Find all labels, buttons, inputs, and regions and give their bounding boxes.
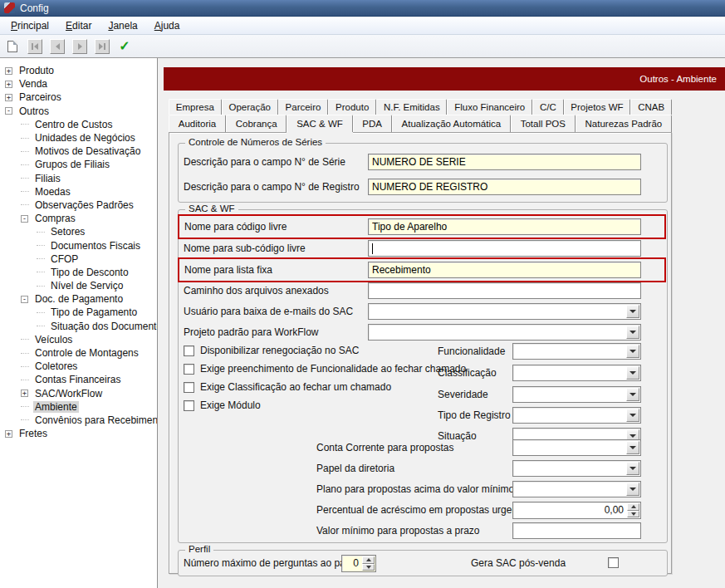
conta-corrente-para-propostas-combobox[interactable] (512, 439, 641, 456)
usuario-emails-combobox[interactable] (368, 303, 641, 320)
tab-empresa[interactable]: Empresa (169, 99, 222, 115)
tab-totall-pos[interactable]: Totall POS (511, 115, 576, 132)
plano-para-propostas-acima-do-valor-m-nimo-combobox[interactable] (512, 481, 641, 497)
funcionalidade-combobox[interactable] (512, 343, 641, 360)
tree-item-sac-workflow[interactable]: +SAC/WorkFlow (0, 387, 157, 400)
expand-plus-icon[interactable]: + (21, 390, 28, 397)
menu-principal[interactable]: Principal (2, 17, 57, 34)
tree-item-n-vel-de-servi-o[interactable]: Nível de Serviço (0, 279, 157, 292)
tab-pda[interactable]: PDA (353, 115, 392, 132)
max-perguntas-spinner[interactable]: 0 (341, 555, 376, 572)
classifica-o-combobox[interactable] (512, 365, 641, 381)
tree-item-centro-de-custos[interactable]: Centro de Custos (0, 118, 157, 131)
tab-fluxo-financeiro[interactable]: Fluxo Financeiro (447, 99, 532, 115)
chevron-down-icon[interactable] (626, 483, 639, 496)
tree-item-cfop[interactable]: CFOP (0, 252, 157, 266)
expand-plus-icon[interactable]: + (5, 67, 12, 75)
tab-cnab[interactable]: CNAB (630, 99, 672, 115)
tree-item-fretes[interactable]: +Fretes (0, 427, 157, 440)
chevron-down-icon[interactable] (626, 305, 639, 318)
tree-item-ve-culos[interactable]: Veículos (0, 333, 157, 346)
tree-item-label: Tipo de Desconto (49, 267, 130, 278)
confirm-button[interactable]: ✓ (117, 39, 132, 54)
tree-item-controle-de-montagens[interactable]: Controle de Montagens (0, 346, 157, 360)
lista-fixa-input[interactable] (368, 262, 641, 278)
tree-item-doc-de-pagamento[interactable]: -Doc. de Pagamento (0, 292, 157, 306)
nav-prev-button[interactable] (50, 39, 65, 54)
tab-c-c[interactable]: C/C (532, 99, 563, 115)
chevron-down-icon[interactable] (626, 366, 639, 380)
chevron-down-icon[interactable] (626, 326, 639, 339)
papel-da-diretoria-combobox[interactable] (512, 460, 641, 477)
severidade-combobox[interactable] (512, 386, 641, 403)
tab-parceiro[interactable]: Parceiro (278, 99, 328, 115)
tree-item-venda[interactable]: +Venda (0, 77, 157, 91)
tab-auditoria[interactable]: Auditoria (169, 115, 226, 132)
tree-item-observa-es-padr-es[interactable]: Observações Padrões (0, 198, 157, 212)
tree-item-motivos-de-desativa-o[interactable]: Motivos de Desativação (0, 145, 157, 158)
tab-naturezas-padr-o[interactable]: Naturezas Padrão (576, 115, 672, 132)
tab-produto[interactable]: Produto (328, 99, 376, 115)
tree-item-parceiros[interactable]: +Parceiros (0, 91, 157, 104)
tab-sac-wf[interactable]: SAC & WF (287, 115, 352, 132)
tree-item-coletores[interactable]: Coletores (0, 360, 157, 373)
nav-first-button[interactable] (27, 39, 42, 54)
collapse-minus-icon[interactable]: - (21, 215, 28, 223)
tab-n-f-emitidas[interactable]: N.F. Emitidas (376, 99, 447, 115)
tree-item-produto[interactable]: +Produto (0, 64, 157, 77)
tab-projetos-wf[interactable]: Projetos WF (564, 99, 631, 115)
tab-opera-o[interactable]: Operação (222, 99, 278, 115)
tree-item-tipo-de-desconto[interactable]: Tipo de Desconto (0, 266, 157, 279)
spin-down-icon[interactable] (362, 564, 375, 571)
tree-item-compras[interactable]: -Compras (0, 212, 157, 225)
chevron-down-icon[interactable] (626, 462, 639, 475)
codigo-livre-input[interactable] (368, 218, 641, 235)
descricao-serie-input[interactable] (368, 154, 641, 170)
tree-item-unidades-de-neg-cios[interactable]: Unidades de Negócios (0, 131, 157, 145)
expand-plus-icon[interactable]: + (5, 81, 12, 88)
expand-plus-icon[interactable]: + (5, 94, 12, 101)
sub-codigo-input[interactable] (368, 240, 641, 257)
new-record-button[interactable] (5, 39, 20, 54)
tree-item-documentos-fiscais[interactable]: Documentos Fiscais (0, 238, 157, 252)
spin-down-icon[interactable] (627, 511, 639, 518)
tree-item-moedas[interactable]: Moedas (0, 185, 157, 198)
tree-item-ambiente[interactable]: Ambiente (0, 400, 157, 414)
chevron-down-icon[interactable] (626, 441, 639, 454)
checkbox-exige-preenchimento-de-funcionalidade-ao-fechar-chamado[interactable] (184, 364, 194, 375)
nav-last-button[interactable] (95, 39, 110, 54)
tree-item-filiais[interactable]: Filiais (0, 172, 157, 185)
tree-item-grupos-de-filiais[interactable]: Grupos de Filiais (0, 158, 157, 171)
chevron-down-icon[interactable] (626, 409, 639, 422)
menu-ajuda[interactable]: Ajuda (146, 17, 189, 34)
tab-atualiza-o-autom-tica[interactable]: Atualização Automática (392, 115, 511, 132)
collapse-minus-icon[interactable]: - (5, 107, 12, 115)
caminho-anexos-input[interactable] (368, 282, 641, 299)
valor-m-nimo-para-propostas-a-prazo-input[interactable] (512, 522, 641, 539)
checkbox-disponibilizar-renegocia-o-no-sac[interactable] (184, 345, 194, 356)
menu-janela[interactable]: Janela (100, 17, 145, 34)
menu-editar[interactable]: Editar (57, 17, 100, 34)
projeto-workflow-combobox[interactable] (368, 324, 641, 341)
nav-next-button[interactable] (72, 39, 87, 54)
spin-up-icon[interactable] (362, 556, 375, 564)
tree-item-situa-o-dos-documentos[interactable]: Situação dos Documentos (0, 320, 157, 333)
checkbox-exige-classifica-o-ao-fechar-um-chamado[interactable] (184, 382, 194, 393)
checkbox-exige-m-dulo[interactable] (184, 400, 194, 411)
tree-item-contas-financeiras[interactable]: Contas Financeiras (0, 373, 157, 386)
max-perguntas-value: 0 (353, 557, 359, 569)
descricao-registro-input[interactable] (368, 179, 641, 195)
tree-item-conv-nios-para-recebimentos-c[interactable]: Convênios para Recebimentos c (0, 414, 157, 427)
spin-up-icon[interactable] (627, 503, 639, 511)
expand-plus-icon[interactable]: + (5, 430, 12, 438)
chevron-down-icon[interactable] (626, 388, 639, 401)
tree-item-tipo-de-pagamento[interactable]: Tipo de Pagamento (0, 306, 157, 319)
percentual-de-acr-scimo-em-propostas-urgentes-spinner[interactable]: 0,00 (512, 502, 641, 519)
tree-item-outros[interactable]: -Outros (0, 105, 157, 118)
gera-sac-checkbox[interactable] (608, 557, 619, 568)
collapse-minus-icon[interactable]: - (21, 296, 28, 303)
chevron-down-icon[interactable] (626, 345, 639, 358)
tipo-de-registro-combobox[interactable] (512, 407, 641, 424)
tree-item-setores[interactable]: Setores (0, 225, 157, 238)
tab-cobran-a[interactable]: Cobrança (226, 115, 287, 132)
